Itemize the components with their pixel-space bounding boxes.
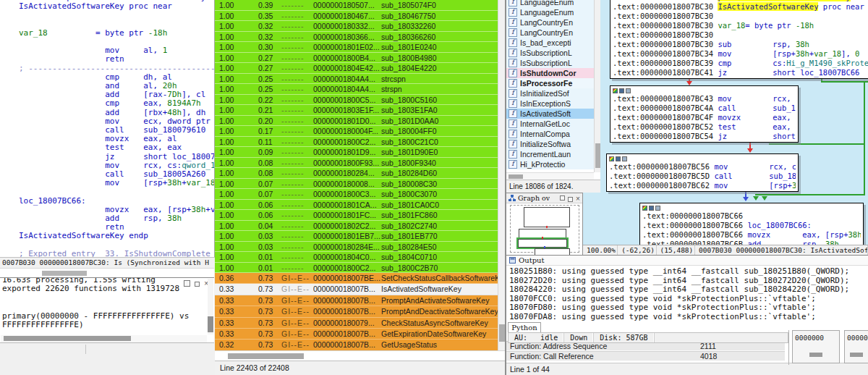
match-row[interactable]: 1.000.30-------00000001801E02...sub_1801… — [215, 42, 498, 53]
match-row[interactable]: 0.330.73GI--E--000000018007B...PromptAnd… — [215, 306, 498, 317]
disassembly-pane[interactable]: public IsActivatedSoftwareKeyIsActivated… — [0, 0, 215, 257]
match-row[interactable]: 0.360.73GI--E--000000018007BE...SetCheck… — [215, 273, 498, 284]
match-row[interactable]: 1.000.22-------00000001800C5...sub_1800C… — [215, 95, 498, 106]
function-list-item[interactable]: fIsSubscriptionL — [506, 48, 594, 58]
function-list-item[interactable]: fIncrementLaun — [506, 149, 594, 159]
python-input-tab[interactable]: Python — [508, 322, 541, 333]
match-row[interactable]: 1.000.27-------00000001804E42...sub_1804… — [215, 63, 498, 74]
function-list-item[interactable]: fLangCountryEn — [506, 28, 594, 38]
palette-icon[interactable] — [609, 156, 614, 161]
match-row[interactable]: 1.000.25-------00000001804A4...strcspn — [215, 74, 498, 85]
match-row[interactable]: 1.000.03-------00000001801EB7...sub_1801… — [215, 231, 498, 242]
node-icon[interactable] — [655, 206, 660, 211]
match-row[interactable]: 1.000.20-------00000001801D0...sub_1801D… — [215, 116, 498, 127]
match-row[interactable]: 1.000.09-------00000001801D9...sub_1801D… — [215, 147, 498, 158]
node-icon[interactable] — [619, 88, 624, 93]
output-pane[interactable]: Output 180251B80: using guessed type __i… — [506, 255, 868, 375]
function-list-item[interactable]: fInternalGetLoc — [506, 119, 594, 129]
scrollbar-thumb[interactable] — [509, 174, 523, 179]
function-list-item[interactable]: fIsShutdownCor — [506, 68, 594, 78]
match-row[interactable]: 1.000.08-------0000000180284...sub_18028… — [215, 168, 498, 179]
match-row[interactable]: 1.000.32-------0000000180332...sub_18033… — [215, 21, 498, 32]
match-row[interactable]: 0.320.73GI--E--000000018007B...GetUsageS… — [215, 340, 498, 350]
function-list-item[interactable]: fLanguageEnum — [506, 7, 594, 17]
scrollbar-thumb[interactable] — [595, 143, 600, 168]
function-list-item[interactable]: fIsActivatedSoft — [506, 109, 594, 119]
match-row[interactable]: 1.000.32-------0000000180366...sub_18036… — [215, 32, 498, 43]
float-icon[interactable] — [568, 197, 573, 202]
graph-node-exit[interactable]: .text:000000018007BC66.text:000000018007… — [639, 203, 864, 250]
match-row[interactable]: 1.000.17-------0000000180004F...sub_1800… — [215, 126, 498, 137]
match-row[interactable]: 0.330.73GI--E--000000018007B...PromptAnd… — [215, 295, 498, 306]
node-icon[interactable] — [649, 206, 654, 211]
match-row[interactable]: 1.000.35-------0000000180467...sub_18046… — [215, 11, 498, 22]
match-row[interactable]: 1.000.21-------00000001803E1F...sub_1803… — [215, 105, 498, 116]
match-row[interactable]: 1.000.07-------0000000180008...sub_18000… — [215, 179, 498, 190]
palette-icon[interactable] — [613, 88, 618, 93]
match-row[interactable]: 1.000.01-------00000001804C0...sub_1804C… — [215, 252, 498, 263]
function-list-item[interactable]: fInitializeSoftwa — [506, 139, 594, 149]
match-row[interactable]: 1.000.06-------00000001801FC...sub_1801F… — [215, 210, 498, 221]
function-list-item[interactable]: fInternalCompa — [506, 129, 594, 139]
function-list-item[interactable]: fHi_kProtectio — [506, 159, 594, 169]
export-log-window[interactable]: × 16.63s processing, 1.55s writingexport… — [0, 277, 214, 343]
match-row[interactable]: 1.000.27-------00000001800B4...sub_1800B… — [215, 53, 498, 64]
function-list-item[interactable]: fIsInExceptionS — [506, 98, 594, 109]
match-statistics-table[interactable]: Function: Address Sequence2111Function: … — [506, 341, 785, 361]
close-icon[interactable]: × — [576, 195, 581, 201]
scrollbar-thumb[interactable] — [228, 353, 304, 359]
scrollbar-thumb[interactable] — [499, 324, 505, 342]
functions-list[interactable]: fLanguageEnumfLanguageEnumfLangCountryEn… — [506, 0, 594, 169]
match-row[interactable]: 1.000.03-------0000000180284E...sub_1802… — [215, 242, 498, 253]
match-row[interactable]: 1.000.07-------00000001800C3...sub_1800C… — [215, 189, 498, 200]
maximize-icon[interactable] — [560, 195, 565, 201]
function-list-item[interactable]: fIs_bad_excepti — [506, 38, 594, 48]
node-color-icons[interactable] — [642, 204, 861, 211]
scrollbar-thumb[interactable] — [4, 336, 131, 341]
match-row[interactable]: 0.330.73GI--E--000000018007B...GetExpira… — [215, 329, 498, 340]
function-list-item[interactable]: fIsInitializedSof — [506, 88, 594, 98]
match-row[interactable]: 0.330.73GI--E--000000018007B...IsActivat… — [215, 284, 498, 295]
match-row[interactable]: 1.000.39-------0000000180507...sub_18050… — [215, 0, 498, 11]
scrollbar-thumb[interactable] — [850, 353, 863, 357]
stat-row[interactable]: Function: Call Reference4018 — [506, 351, 785, 361]
horizontal-scrollbar[interactable] — [1, 335, 207, 342]
function-list-item[interactable]: fIsProcessorFe — [506, 78, 594, 88]
vertical-scrollbar[interactable] — [208, 279, 213, 334]
output-log[interactable]: 180251B80: using guessed type __int64 __… — [509, 267, 849, 322]
node-color-icons[interactable] — [609, 155, 796, 162]
horizontal-scrollbar[interactable] — [0, 268, 214, 278]
graph-view-pane[interactable]: .text:000000018007BC30 public IsActivate… — [583, 0, 868, 255]
scrollbar-thumb[interactable] — [42, 271, 87, 276]
graph-overview-pane[interactable]: Graph ov × — [506, 193, 583, 255]
vertical-scrollbar[interactable] — [594, 0, 600, 172]
match-table[interactable]: 1.000.39-------0000000180507...sub_18050… — [215, 0, 498, 351]
overview-canvas[interactable] — [506, 203, 583, 255]
match-row[interactable]: 0.330.73GI--E--0000000180079...CheckStat… — [215, 318, 498, 329]
graph-node-entry[interactable]: .text:000000018007BC30 public IsActivate… — [610, 0, 868, 79]
match-row[interactable]: 1.000.11-------00000001800C2...sub_1800C… — [215, 137, 498, 148]
function-list-item[interactable]: fLangCountryEn — [506, 17, 594, 28]
functions-list-pane[interactable]: fLanguageEnumfLanguageEnumfLangCountryEn… — [506, 0, 600, 193]
graph-node[interactable]: .text:000000018007BC43 mov rcx, cs:Hi_g_… — [610, 85, 799, 143]
bindiff-matched-functions-pane[interactable]: 1.000.39-------0000000180507...sub_18050… — [215, 0, 505, 375]
scrollbar-thumb[interactable] — [809, 353, 822, 357]
scrollbar-thumb[interactable] — [208, 316, 213, 332]
match-row[interactable]: 1.000.01-------00000001800C2...sub_1800C… — [215, 263, 498, 274]
disassembly-listing[interactable]: public IsActivatedSoftwareKeyIsActivated… — [19, 0, 215, 257]
palette-icon[interactable] — [642, 206, 647, 211]
node-icon[interactable] — [626, 88, 631, 93]
vertical-scrollbar[interactable] — [498, 0, 505, 350]
node-icon[interactable] — [622, 156, 627, 161]
function-list-item[interactable]: fLanguageEnum — [506, 0, 594, 7]
match-row[interactable]: 1.000.06-------00000001801CA...sub_1801C… — [215, 200, 498, 211]
node-color-icons[interactable] — [613, 87, 796, 94]
node-icon[interactable] — [616, 156, 621, 161]
match-row[interactable]: 1.000.25-------00000001804A4...strspn — [215, 84, 498, 95]
horizontal-scrollbar[interactable] — [215, 350, 505, 361]
function-list-item[interactable]: fIsSubscriptionL — [506, 58, 594, 68]
match-row[interactable]: 1.000.04-------00000001802C2...sub_1802C… — [215, 221, 498, 232]
float-icon[interactable] — [195, 282, 200, 287]
graph-node[interactable]: .text:000000018007BC56 mov rcx, cs:Hi_g_… — [606, 153, 799, 192]
match-row[interactable]: 1.000.08-------00000001800F93...sub_1800… — [215, 158, 498, 169]
